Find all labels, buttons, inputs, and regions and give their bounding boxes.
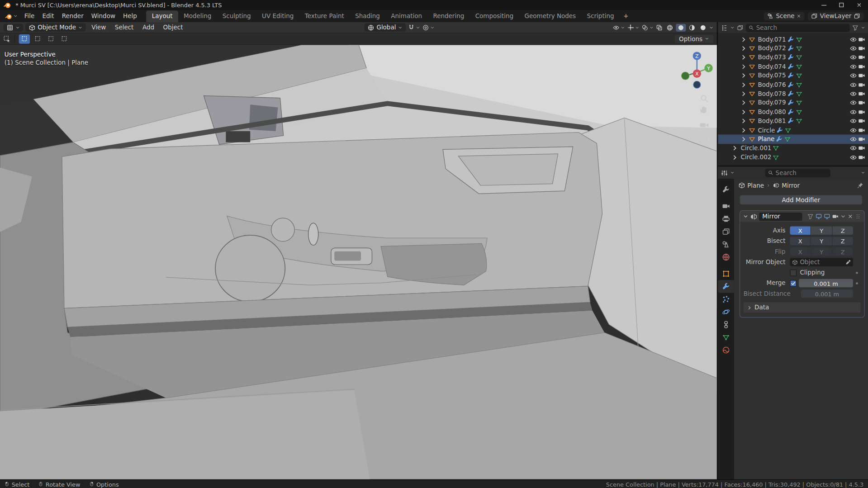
properties-search-input[interactable]: Search	[765, 169, 830, 177]
shading-wireframe-button[interactable]	[665, 24, 675, 31]
select-mode-new-button[interactable]	[19, 34, 30, 43]
add-modifier-button[interactable]: Add Modifier	[740, 195, 863, 205]
add-menu[interactable]: Add	[139, 23, 158, 31]
outliner-row-body.078[interactable]: Body.078	[718, 89, 868, 98]
hide-viewport-toggle[interactable]	[850, 72, 857, 79]
expand-icon[interactable]	[740, 136, 747, 143]
expand-icon[interactable]	[740, 54, 747, 61]
expand-icon[interactable]	[731, 154, 739, 161]
add-workspace-button[interactable]: +	[620, 10, 632, 22]
proportional-editing-toggle[interactable]	[422, 24, 435, 31]
hide-viewport-toggle[interactable]	[850, 63, 857, 70]
expand-icon[interactable]	[740, 72, 747, 79]
workspace-tab-scripting[interactable]: Scripting	[581, 10, 619, 22]
axis-y-button[interactable]: Y	[811, 227, 832, 235]
workspace-tab-uv-editing[interactable]: UV Editing	[256, 10, 299, 22]
select-menu[interactable]: Select	[111, 23, 137, 31]
select-box-tool-icon[interactable]	[3, 35, 10, 43]
properties-tab-output[interactable]	[718, 213, 734, 225]
outliner-row-circle[interactable]: Circle	[718, 126, 868, 135]
mirror-object-field[interactable]: Object	[790, 258, 853, 266]
outliner-row-body.075[interactable]: Body.075	[718, 71, 868, 80]
outliner-row-circle.001[interactable]: Circle.001	[718, 144, 868, 153]
object-name[interactable]: Body.072	[758, 45, 786, 52]
object-name[interactable]: Body.081	[758, 118, 786, 125]
workspace-tab-compositing[interactable]: Compositing	[470, 10, 519, 22]
tool-options-dropdown[interactable]: Options	[674, 34, 713, 43]
outliner-row-body.076[interactable]: Body.076	[718, 80, 868, 89]
disable-render-toggle[interactable]	[858, 81, 865, 88]
expand-icon[interactable]	[740, 99, 747, 107]
eyedropper-icon[interactable]	[845, 259, 851, 265]
editmode-display-toggle-icon[interactable]	[816, 213, 822, 220]
viewlayer-selector[interactable]: ViewLayer	[808, 12, 863, 20]
expand-icon[interactable]	[731, 145, 739, 152]
expand-icon[interactable]	[740, 109, 747, 116]
disable-render-toggle[interactable]	[858, 45, 865, 52]
workspace-tab-modeling[interactable]: Modeling	[178, 10, 217, 22]
outliner-row-plane[interactable]: Plane	[718, 135, 868, 144]
disable-render-toggle[interactable]	[858, 63, 865, 70]
properties-editor-icon[interactable]	[721, 169, 728, 176]
object-name[interactable]: Circle	[758, 127, 775, 134]
workspace-tab-layout[interactable]: Layout	[147, 10, 178, 22]
properties-tab-data[interactable]	[718, 331, 734, 344]
gizmo-z-label[interactable]: Z	[695, 53, 699, 59]
display-mode-icon[interactable]	[737, 24, 744, 31]
mode-selector[interactable]: Object Mode	[25, 23, 86, 31]
flip-z-button[interactable]: Z	[832, 247, 853, 256]
disable-render-toggle[interactable]	[858, 90, 865, 98]
object-name[interactable]: Body.073	[758, 54, 786, 61]
navigation-gizmo[interactable]: Z Y X	[679, 48, 715, 153]
axis-z-button[interactable]: Z	[832, 227, 853, 235]
outliner-row-body.079[interactable]: Body.079	[718, 99, 868, 108]
hide-viewport-toggle[interactable]	[850, 109, 857, 116]
properties-tab-constraints[interactable]	[718, 318, 734, 331]
menu-edit[interactable]: Edit	[38, 11, 58, 21]
outliner-row-body.071[interactable]: Body.071	[718, 35, 868, 44]
bisect-y-button[interactable]: Y	[811, 237, 832, 245]
workspace-tab-rendering[interactable]: Rendering	[427, 10, 470, 22]
flip-x-button[interactable]: X	[790, 247, 811, 256]
modifier-name-field[interactable]: Mirror	[759, 212, 802, 220]
render-display-toggle-icon[interactable]	[832, 213, 839, 220]
disable-render-toggle[interactable]	[858, 136, 865, 143]
object-name[interactable]: Plane	[758, 136, 774, 143]
minimize-button[interactable]	[815, 0, 833, 10]
object-name[interactable]: Body.080	[758, 109, 786, 116]
menu-help[interactable]: Help	[119, 11, 141, 21]
workspace-tab-texture-paint[interactable]: Texture Paint	[299, 10, 350, 22]
shading-solid-button[interactable]	[676, 24, 686, 31]
workspace-tab-animation[interactable]: Animation	[385, 10, 427, 22]
hide-viewport-toggle[interactable]	[850, 81, 857, 88]
hide-viewport-toggle[interactable]	[850, 145, 857, 152]
properties-tab-particles[interactable]	[718, 293, 734, 305]
properties-tab-scene[interactable]	[718, 238, 734, 251]
disable-render-toggle[interactable]	[858, 36, 865, 43]
properties-tab-world[interactable]	[718, 251, 734, 263]
disable-render-toggle[interactable]	[858, 118, 865, 125]
blender-menu-button[interactable]	[2, 13, 20, 20]
outliner-row-body.073[interactable]: Body.073	[718, 53, 868, 62]
expand-icon[interactable]	[740, 127, 747, 134]
outliner-row-body.080[interactable]: Body.080	[718, 108, 868, 117]
duplicate-viewlayer-icon[interactable]	[854, 13, 860, 19]
scene-3d-render[interactable]	[0, 45, 717, 479]
overlays-dropdown[interactable]	[641, 24, 654, 31]
axis-x-button[interactable]: X	[790, 227, 811, 235]
properties-tab-view-layer[interactable]	[718, 225, 734, 238]
hide-viewport-toggle[interactable]	[850, 136, 857, 143]
on-cage-toggle-icon[interactable]	[807, 213, 814, 220]
outliner-row-body.072[interactable]: Body.072	[718, 44, 868, 53]
merge-threshold-field[interactable]: 0.001 m	[799, 279, 853, 287]
select-mode-invert-button[interactable]	[59, 34, 70, 43]
properties-tab-modifiers[interactable]	[718, 280, 734, 293]
animate-decorator-icon[interactable]	[856, 271, 858, 274]
workspace-tab-shading[interactable]: Shading	[350, 10, 385, 22]
hide-viewport-toggle[interactable]	[850, 36, 857, 43]
breadcrumb-modifier[interactable]: Mirror	[782, 182, 800, 189]
object-name[interactable]: Body.074	[758, 63, 786, 70]
hide-viewport-toggle[interactable]	[850, 54, 857, 61]
data-subpanel-header[interactable]: Data	[744, 302, 861, 313]
expand-icon[interactable]	[740, 63, 747, 70]
